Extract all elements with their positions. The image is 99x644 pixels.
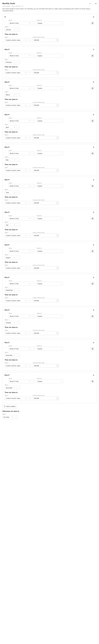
drag-handle-icon[interactable]: ⋮⋮⋮⋮ [3, 380, 7, 382]
chevron-down-icon[interactable]: ⌄ [17, 257, 20, 258]
value-field-select[interactable]: Month of Year × ⌄ [8, 380, 35, 383]
month-value-select[interactable]: June × ⌄ [5, 190, 20, 194]
step-up-icon[interactable]: ▲ [56, 169, 59, 170]
settings-button[interactable] [91, 21, 94, 25]
close-panel-icon[interactable]: ✕ [95, 2, 97, 5]
step-up-icon[interactable]: ▲ [56, 104, 59, 105]
chevron-down-icon[interactable]: ⌄ [32, 381, 35, 382]
clear-icon[interactable]: × [25, 332, 27, 334]
settings-button[interactable] [91, 249, 94, 253]
clear-icon[interactable]: × [25, 72, 27, 74]
clear-icon[interactable]: × [14, 354, 15, 356]
month-value-select[interactable]: December × ⌄ [5, 386, 20, 390]
value-field-select[interactable]: Month of Year × ⌄ [8, 347, 35, 351]
goal-number-input[interactable]: 100,000 ▲ ▼ [33, 299, 59, 302]
step-up-icon[interactable]: ▲ [56, 299, 59, 301]
settings-button[interactable] [91, 217, 94, 220]
chevron-down-icon[interactable]: ⌄ [32, 283, 35, 284]
help-icon[interactable]: ? [21, 6, 23, 7]
remove-condition-icon[interactable]: ✕ [93, 146, 94, 148]
step-down-icon[interactable]: ▼ [56, 203, 59, 205]
chevron-down-icon[interactable]: ⌄ [28, 104, 31, 106]
chevron-down-icon[interactable]: ⌄ [28, 268, 31, 269]
step-up-icon[interactable]: ▲ [56, 266, 59, 268]
criterion-select[interactable]: Equals ⌄ [37, 21, 63, 25]
remove-condition-icon[interactable]: ✕ [93, 16, 94, 18]
month-value-select[interactable]: March × ⌄ [5, 93, 20, 97]
collapse-icon[interactable]: ⌄ [92, 3, 93, 4]
remove-condition-icon[interactable]: ✕ [93, 276, 94, 279]
clear-icon[interactable]: × [25, 234, 27, 236]
remove-condition-icon[interactable]: ✕ [93, 178, 94, 181]
clear-icon[interactable]: × [29, 348, 31, 350]
drag-handle-icon[interactable]: ⋮⋮⋮⋮ [3, 21, 7, 23]
goal-number-value[interactable]: 100,000 [33, 136, 56, 140]
month-value-select[interactable]: October × ⌄ [5, 321, 20, 324]
chevron-down-icon[interactable]: ⌄ [28, 137, 31, 138]
value-field-select[interactable]: Month of Year × ⌄ [8, 217, 35, 220]
settings-button[interactable] [91, 119, 94, 123]
goal-number-value[interactable]: 100,000 [33, 104, 56, 107]
month-value-select[interactable]: September × ⌄ [5, 288, 20, 292]
criterion-select[interactable]: Equals ⌄ [37, 314, 63, 318]
chevron-down-icon[interactable]: ⌄ [17, 224, 20, 226]
month-value-select[interactable]: November × ⌄ [5, 354, 20, 357]
then-value-type-select[interactable]: Custom numeric value × ⌄ [5, 266, 31, 270]
step-down-icon[interactable]: ▼ [56, 333, 59, 335]
chevron-down-icon[interactable]: ⌄ [28, 202, 31, 204]
drag-handle-icon[interactable]: ⋮⋮⋮⋮ [3, 86, 7, 88]
step-up-icon[interactable]: ▲ [56, 396, 59, 398]
criterion-select[interactable]: Equals ⌄ [37, 282, 63, 286]
clear-icon[interactable]: × [29, 87, 31, 89]
chevron-down-icon[interactable]: ⌄ [17, 290, 20, 291]
criterion-select[interactable]: Equals ⌄ [37, 119, 63, 123]
chevron-down-icon[interactable]: ⌄ [32, 88, 35, 89]
remove-condition-icon[interactable]: ✕ [93, 374, 94, 376]
goal-number-value[interactable]: 100,000 [33, 331, 56, 335]
remove-condition-icon[interactable]: ✕ [93, 342, 94, 344]
drag-handle-icon[interactable]: ⋮⋮⋮⋮ [3, 54, 7, 56]
step-down-icon[interactable]: ▼ [56, 300, 59, 302]
goal-number-input[interactable]: 100,000 ▲ ▼ [33, 234, 59, 237]
chevron-down-icon[interactable]: ⌄ [32, 55, 35, 56]
then-value-type-select[interactable]: Custom numeric value × ⌄ [5, 331, 31, 335]
chevron-down-icon[interactable]: ⌄ [32, 250, 35, 252]
value-field-select[interactable]: Month of Year × ⌄ [8, 314, 35, 318]
settings-button[interactable] [91, 152, 94, 155]
clear-icon[interactable]: × [25, 398, 27, 399]
chevron-down-icon[interactable]: ⌄ [17, 192, 20, 193]
clear-icon[interactable]: × [14, 192, 15, 194]
clear-icon[interactable]: × [29, 380, 31, 382]
clear-icon[interactable]: × [14, 29, 15, 30]
then-value-type-select[interactable]: Custom numeric value × ⌄ [5, 136, 31, 140]
clear-icon[interactable]: × [29, 120, 31, 122]
clear-icon[interactable]: × [29, 185, 31, 187]
step-down-icon[interactable]: ▼ [56, 236, 59, 237]
chevron-down-icon[interactable]: ⌄ [28, 235, 31, 236]
goal-number-input[interactable]: 100,000 ▲ ▼ [33, 201, 59, 205]
step-down-icon[interactable]: ▼ [56, 138, 59, 140]
goal-number-value[interactable]: 100,000 [33, 38, 56, 42]
drag-handle-icon[interactable]: ⋮⋮⋮⋮ [3, 119, 7, 121]
clear-icon[interactable]: × [14, 322, 15, 324]
chevron-down-icon[interactable]: ⌄ [28, 398, 31, 399]
step-up-icon[interactable]: ▲ [56, 38, 59, 40]
criterion-select[interactable]: Equals ⌄ [37, 152, 63, 155]
goal-number-input[interactable]: 100,000 ▲ ▼ [33, 396, 59, 400]
then-value-type-select[interactable]: Custom numeric value × ⌄ [5, 364, 31, 368]
remove-condition-icon[interactable]: ✕ [93, 114, 94, 116]
clear-icon[interactable]: × [14, 61, 15, 63]
chevron-down-icon[interactable]: ⌄ [32, 153, 35, 154]
step-up-icon[interactable]: ▲ [56, 136, 59, 138]
goal-number-input[interactable]: 100,000 ▲ ▼ [33, 168, 59, 172]
chevron-down-icon[interactable]: ⌄ [32, 185, 35, 187]
step-up-icon[interactable]: ▲ [56, 332, 59, 333]
clear-icon[interactable]: × [25, 202, 27, 204]
goal-number-input[interactable]: 100,000 ▲ ▼ [33, 104, 59, 107]
goal-number-value[interactable]: 100,000 [33, 234, 56, 237]
clear-icon[interactable]: × [14, 289, 15, 291]
clear-icon[interactable]: × [25, 170, 27, 171]
clear-icon[interactable]: × [25, 300, 27, 302]
clear-icon[interactable]: × [14, 224, 15, 226]
criterion-select[interactable]: Equals ⌄ [37, 217, 63, 220]
